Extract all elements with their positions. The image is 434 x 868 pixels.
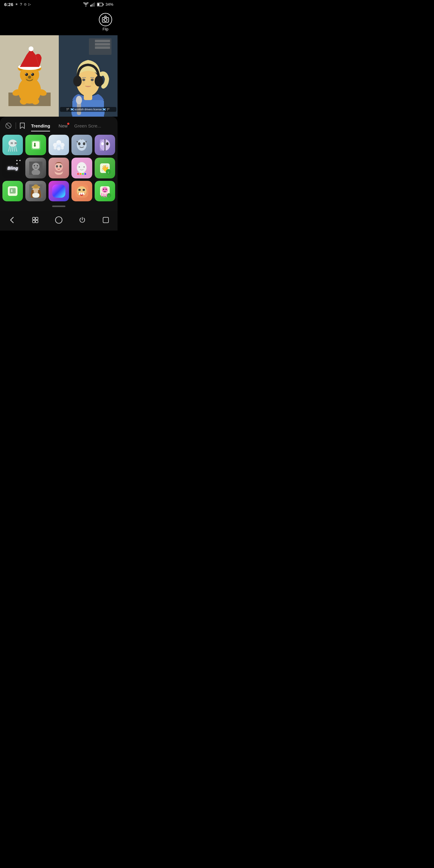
svg-text:≋ ≋: ≋ ≋: [10, 141, 17, 145]
svg-point-63: [77, 139, 87, 151]
svg-point-59: [54, 147, 57, 150]
battery-icon: [97, 3, 104, 6]
svg-point-41: [73, 76, 82, 87]
svg-rect-1: [92, 4, 93, 7]
svg-point-46: [91, 79, 94, 81]
trending-tab[interactable]: Trending: [27, 121, 54, 131]
svg-rect-3: [94, 2, 95, 7]
jellyfish-bg: ≋ ≋: [2, 135, 23, 155]
teeth-bg: [71, 181, 92, 201]
person-container: 🏴 🏴󠁧󠁢󠁳󠁣󠁴󠁿 scottish drivers license 🏴󠁧󠁢󠁳󠁣…: [59, 35, 118, 117]
effect-ghost-man[interactable]: [25, 158, 46, 178]
svg-point-48: [76, 96, 82, 104]
svg-text:⬇: ⬇: [10, 189, 13, 193]
wave-download-bg: 👋 ↓: [95, 158, 115, 178]
svg-point-43: [82, 81, 85, 85]
subtitle-pill: 🏴 🏴󠁧󠁢󠁳󠁣󠁴󠁿 scottish drivers license 🏴󠁧󠁢󠁳󠁣…: [60, 107, 116, 112]
svg-rect-116: [33, 220, 35, 223]
svg-point-26: [25, 73, 28, 76]
svg-point-110: [103, 189, 104, 190]
svg-point-64: [78, 142, 81, 145]
square-button[interactable]: [99, 214, 112, 226]
download-green-bg: ⬇: [25, 135, 46, 155]
svg-rect-2: [93, 3, 94, 7]
no-effect-tab[interactable]: [3, 120, 14, 131]
video-left: [0, 35, 59, 117]
download-green2-bg: ⬇: [2, 181, 23, 201]
svg-rect-0: [90, 5, 91, 7]
effect-download-green2[interactable]: ⬇: [2, 181, 23, 201]
saved-tab[interactable]: [18, 120, 27, 131]
tabs-row: Trending New Green Scre...: [0, 117, 118, 131]
svg-rect-34: [95, 40, 110, 42]
person-svg: [59, 35, 118, 117]
video-right: 🏴 🏴󠁧󠁢󠁳󠁣󠁴󠁿 scottish drivers license 🏴󠁧󠁢󠁳󠁣…: [59, 35, 118, 117]
bear-container: [0, 35, 59, 117]
svg-point-99: [33, 184, 38, 188]
effects-grid: ≋ ≋ ⬇: [0, 131, 118, 204]
effect-hat-lady[interactable]: [25, 181, 46, 201]
svg-point-86: [80, 173, 82, 175]
bling-bg: Bling ✦ ✦✦: [2, 158, 23, 178]
svg-point-70: [106, 142, 108, 145]
svg-point-72: [32, 163, 39, 170]
effect-gradient-purple[interactable]: [49, 181, 69, 201]
effect-wave-download[interactable]: 👋 ↓: [95, 158, 115, 178]
svg-line-50: [6, 124, 10, 128]
power-button[interactable]: [76, 214, 89, 226]
svg-point-27: [31, 73, 34, 76]
svg-point-28: [25, 73, 26, 74]
play-icon: ▷: [28, 2, 31, 6]
svg-point-88: [84, 173, 86, 175]
svg-rect-115: [36, 217, 38, 220]
battery-percent: 34%: [105, 2, 113, 7]
svg-point-45: [82, 79, 85, 81]
svg-rect-106: [81, 193, 83, 195]
effect-character-download[interactable]: ↓: [95, 181, 115, 201]
svg-point-75: [37, 165, 38, 166]
drag-handle-area: [0, 204, 118, 210]
effect-tribal-mask[interactable]: [71, 135, 92, 155]
svg-point-85: [77, 173, 79, 175]
bubbles-bg: [49, 135, 69, 155]
back-button[interactable]: [5, 214, 18, 226]
svg-point-61: [61, 147, 64, 150]
svg-point-78: [59, 165, 61, 167]
svg-point-109: [102, 187, 108, 193]
bling-text: Bling: [7, 166, 18, 170]
camera-black-area: Flip: [0, 8, 118, 35]
brightness-icon: ☀: [15, 2, 18, 6]
effects-panel: Trending New Green Scre... ≋ ≋: [0, 117, 118, 211]
effect-white-face[interactable]: [71, 158, 92, 178]
status-right: 34%: [83, 2, 113, 7]
svg-point-77: [56, 165, 58, 167]
signal-icon: [90, 2, 95, 7]
tribal-mask-bg: [71, 135, 92, 155]
home-button[interactable]: [53, 214, 65, 226]
flag-left: 🏴: [66, 108, 70, 111]
status-left: 6:26 ☀ ? ⊙ ▷: [4, 2, 31, 7]
effect-teeth[interactable]: [71, 181, 92, 201]
recent-apps-button[interactable]: [29, 214, 41, 226]
ghost-man-bg: [25, 158, 46, 178]
svg-text:⬇: ⬇: [33, 142, 37, 148]
effect-bling[interactable]: Bling ✦ ✦✦: [2, 158, 23, 178]
svg-point-65: [83, 142, 85, 145]
beauty-lady-bg: [49, 158, 69, 178]
flag-right: 🏴: [107, 108, 110, 111]
effect-beauty-lady[interactable]: [49, 158, 69, 178]
new-tab[interactable]: New: [54, 121, 72, 131]
green-screen-tab[interactable]: Green Scre...: [72, 121, 103, 131]
effect-bubbles[interactable]: [49, 135, 69, 155]
svg-point-81: [77, 162, 87, 173]
effect-download-green[interactable]: ⬇: [25, 135, 46, 155]
svg-point-62: [56, 143, 61, 148]
flip-button[interactable]: Flip: [99, 13, 112, 31]
svg-point-69: [101, 142, 104, 145]
svg-point-29: [31, 73, 32, 74]
effect-jellyfish[interactable]: ≋ ≋: [2, 135, 23, 155]
svg-point-42: [95, 76, 103, 87]
effect-split-face[interactable]: [95, 135, 115, 155]
svg-point-103: [79, 189, 81, 191]
svg-point-83: [79, 166, 80, 167]
